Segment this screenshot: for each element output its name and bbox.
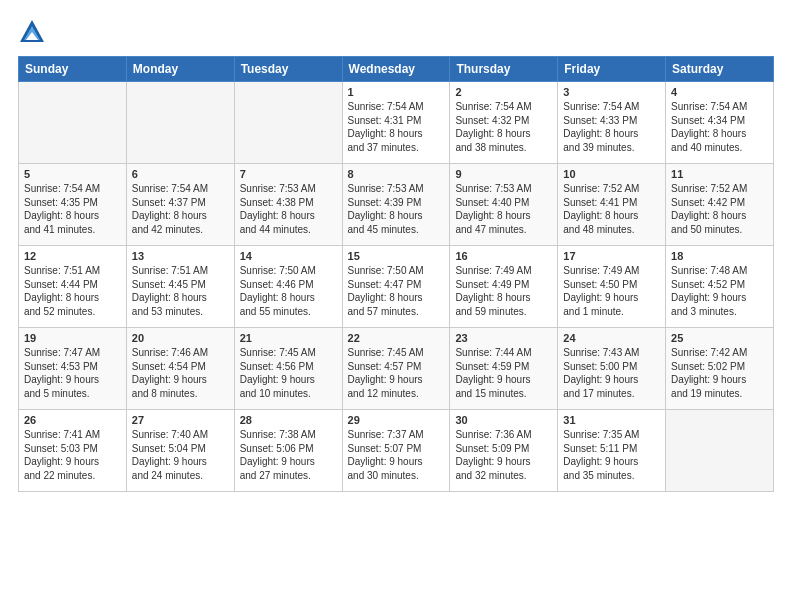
day-cell-23: 23Sunrise: 7:44 AM Sunset: 4:59 PM Dayli… (450, 328, 558, 410)
day-info-20: Sunrise: 7:46 AM Sunset: 4:54 PM Dayligh… (132, 346, 229, 400)
day-info-17: Sunrise: 7:49 AM Sunset: 4:50 PM Dayligh… (563, 264, 660, 318)
weekday-header-monday: Monday (126, 57, 234, 82)
day-cell-7: 7Sunrise: 7:53 AM Sunset: 4:38 PM Daylig… (234, 164, 342, 246)
week-row-3: 12Sunrise: 7:51 AM Sunset: 4:44 PM Dayli… (19, 246, 774, 328)
day-number-7: 7 (240, 168, 337, 180)
day-info-11: Sunrise: 7:52 AM Sunset: 4:42 PM Dayligh… (671, 182, 768, 236)
day-info-5: Sunrise: 7:54 AM Sunset: 4:35 PM Dayligh… (24, 182, 121, 236)
day-info-22: Sunrise: 7:45 AM Sunset: 4:57 PM Dayligh… (348, 346, 445, 400)
calendar-table: SundayMondayTuesdayWednesdayThursdayFrid… (18, 56, 774, 492)
day-cell-4: 4Sunrise: 7:54 AM Sunset: 4:34 PM Daylig… (666, 82, 774, 164)
day-info-18: Sunrise: 7:48 AM Sunset: 4:52 PM Dayligh… (671, 264, 768, 318)
empty-cell (126, 82, 234, 164)
day-number-31: 31 (563, 414, 660, 426)
day-cell-21: 21Sunrise: 7:45 AM Sunset: 4:56 PM Dayli… (234, 328, 342, 410)
day-cell-5: 5Sunrise: 7:54 AM Sunset: 4:35 PM Daylig… (19, 164, 127, 246)
day-number-21: 21 (240, 332, 337, 344)
day-cell-11: 11Sunrise: 7:52 AM Sunset: 4:42 PM Dayli… (666, 164, 774, 246)
page: SundayMondayTuesdayWednesdayThursdayFrid… (0, 0, 792, 510)
day-info-3: Sunrise: 7:54 AM Sunset: 4:33 PM Dayligh… (563, 100, 660, 154)
day-info-29: Sunrise: 7:37 AM Sunset: 5:07 PM Dayligh… (348, 428, 445, 482)
day-number-26: 26 (24, 414, 121, 426)
day-cell-12: 12Sunrise: 7:51 AM Sunset: 4:44 PM Dayli… (19, 246, 127, 328)
weekday-header-row: SundayMondayTuesdayWednesdayThursdayFrid… (19, 57, 774, 82)
day-number-16: 16 (455, 250, 552, 262)
day-cell-18: 18Sunrise: 7:48 AM Sunset: 4:52 PM Dayli… (666, 246, 774, 328)
week-row-4: 19Sunrise: 7:47 AM Sunset: 4:53 PM Dayli… (19, 328, 774, 410)
day-cell-13: 13Sunrise: 7:51 AM Sunset: 4:45 PM Dayli… (126, 246, 234, 328)
day-cell-25: 25Sunrise: 7:42 AM Sunset: 5:02 PM Dayli… (666, 328, 774, 410)
day-info-12: Sunrise: 7:51 AM Sunset: 4:44 PM Dayligh… (24, 264, 121, 318)
day-number-29: 29 (348, 414, 445, 426)
day-number-24: 24 (563, 332, 660, 344)
day-number-5: 5 (24, 168, 121, 180)
day-number-15: 15 (348, 250, 445, 262)
day-info-8: Sunrise: 7:53 AM Sunset: 4:39 PM Dayligh… (348, 182, 445, 236)
day-number-27: 27 (132, 414, 229, 426)
day-info-14: Sunrise: 7:50 AM Sunset: 4:46 PM Dayligh… (240, 264, 337, 318)
day-number-2: 2 (455, 86, 552, 98)
day-info-9: Sunrise: 7:53 AM Sunset: 4:40 PM Dayligh… (455, 182, 552, 236)
day-number-25: 25 (671, 332, 768, 344)
day-cell-24: 24Sunrise: 7:43 AM Sunset: 5:00 PM Dayli… (558, 328, 666, 410)
header (18, 18, 774, 46)
day-info-19: Sunrise: 7:47 AM Sunset: 4:53 PM Dayligh… (24, 346, 121, 400)
day-number-19: 19 (24, 332, 121, 344)
day-info-2: Sunrise: 7:54 AM Sunset: 4:32 PM Dayligh… (455, 100, 552, 154)
day-number-13: 13 (132, 250, 229, 262)
day-number-28: 28 (240, 414, 337, 426)
day-cell-3: 3Sunrise: 7:54 AM Sunset: 4:33 PM Daylig… (558, 82, 666, 164)
logo (18, 18, 50, 46)
day-cell-8: 8Sunrise: 7:53 AM Sunset: 4:39 PM Daylig… (342, 164, 450, 246)
day-cell-31: 31Sunrise: 7:35 AM Sunset: 5:11 PM Dayli… (558, 410, 666, 492)
week-row-5: 26Sunrise: 7:41 AM Sunset: 5:03 PM Dayli… (19, 410, 774, 492)
day-info-30: Sunrise: 7:36 AM Sunset: 5:09 PM Dayligh… (455, 428, 552, 482)
day-info-15: Sunrise: 7:50 AM Sunset: 4:47 PM Dayligh… (348, 264, 445, 318)
day-cell-15: 15Sunrise: 7:50 AM Sunset: 4:47 PM Dayli… (342, 246, 450, 328)
day-cell-27: 27Sunrise: 7:40 AM Sunset: 5:04 PM Dayli… (126, 410, 234, 492)
day-number-18: 18 (671, 250, 768, 262)
day-cell-6: 6Sunrise: 7:54 AM Sunset: 4:37 PM Daylig… (126, 164, 234, 246)
day-number-30: 30 (455, 414, 552, 426)
day-info-10: Sunrise: 7:52 AM Sunset: 4:41 PM Dayligh… (563, 182, 660, 236)
day-info-27: Sunrise: 7:40 AM Sunset: 5:04 PM Dayligh… (132, 428, 229, 482)
day-number-4: 4 (671, 86, 768, 98)
weekday-header-tuesday: Tuesday (234, 57, 342, 82)
day-info-26: Sunrise: 7:41 AM Sunset: 5:03 PM Dayligh… (24, 428, 121, 482)
day-cell-19: 19Sunrise: 7:47 AM Sunset: 4:53 PM Dayli… (19, 328, 127, 410)
day-info-28: Sunrise: 7:38 AM Sunset: 5:06 PM Dayligh… (240, 428, 337, 482)
empty-cell (19, 82, 127, 164)
weekday-header-wednesday: Wednesday (342, 57, 450, 82)
day-cell-9: 9Sunrise: 7:53 AM Sunset: 4:40 PM Daylig… (450, 164, 558, 246)
empty-cell (234, 82, 342, 164)
day-cell-14: 14Sunrise: 7:50 AM Sunset: 4:46 PM Dayli… (234, 246, 342, 328)
day-info-21: Sunrise: 7:45 AM Sunset: 4:56 PM Dayligh… (240, 346, 337, 400)
day-cell-16: 16Sunrise: 7:49 AM Sunset: 4:49 PM Dayli… (450, 246, 558, 328)
day-info-4: Sunrise: 7:54 AM Sunset: 4:34 PM Dayligh… (671, 100, 768, 154)
day-number-20: 20 (132, 332, 229, 344)
day-cell-28: 28Sunrise: 7:38 AM Sunset: 5:06 PM Dayli… (234, 410, 342, 492)
week-row-2: 5Sunrise: 7:54 AM Sunset: 4:35 PM Daylig… (19, 164, 774, 246)
day-number-14: 14 (240, 250, 337, 262)
day-cell-22: 22Sunrise: 7:45 AM Sunset: 4:57 PM Dayli… (342, 328, 450, 410)
day-info-24: Sunrise: 7:43 AM Sunset: 5:00 PM Dayligh… (563, 346, 660, 400)
week-row-1: 1Sunrise: 7:54 AM Sunset: 4:31 PM Daylig… (19, 82, 774, 164)
weekday-header-thursday: Thursday (450, 57, 558, 82)
day-number-3: 3 (563, 86, 660, 98)
logo-icon (18, 18, 46, 46)
day-cell-2: 2Sunrise: 7:54 AM Sunset: 4:32 PM Daylig… (450, 82, 558, 164)
day-cell-10: 10Sunrise: 7:52 AM Sunset: 4:41 PM Dayli… (558, 164, 666, 246)
weekday-header-friday: Friday (558, 57, 666, 82)
day-info-13: Sunrise: 7:51 AM Sunset: 4:45 PM Dayligh… (132, 264, 229, 318)
day-info-1: Sunrise: 7:54 AM Sunset: 4:31 PM Dayligh… (348, 100, 445, 154)
day-number-1: 1 (348, 86, 445, 98)
weekday-header-saturday: Saturday (666, 57, 774, 82)
day-info-7: Sunrise: 7:53 AM Sunset: 4:38 PM Dayligh… (240, 182, 337, 236)
day-number-23: 23 (455, 332, 552, 344)
day-info-23: Sunrise: 7:44 AM Sunset: 4:59 PM Dayligh… (455, 346, 552, 400)
day-cell-30: 30Sunrise: 7:36 AM Sunset: 5:09 PM Dayli… (450, 410, 558, 492)
day-number-12: 12 (24, 250, 121, 262)
day-cell-1: 1Sunrise: 7:54 AM Sunset: 4:31 PM Daylig… (342, 82, 450, 164)
day-number-8: 8 (348, 168, 445, 180)
day-info-16: Sunrise: 7:49 AM Sunset: 4:49 PM Dayligh… (455, 264, 552, 318)
